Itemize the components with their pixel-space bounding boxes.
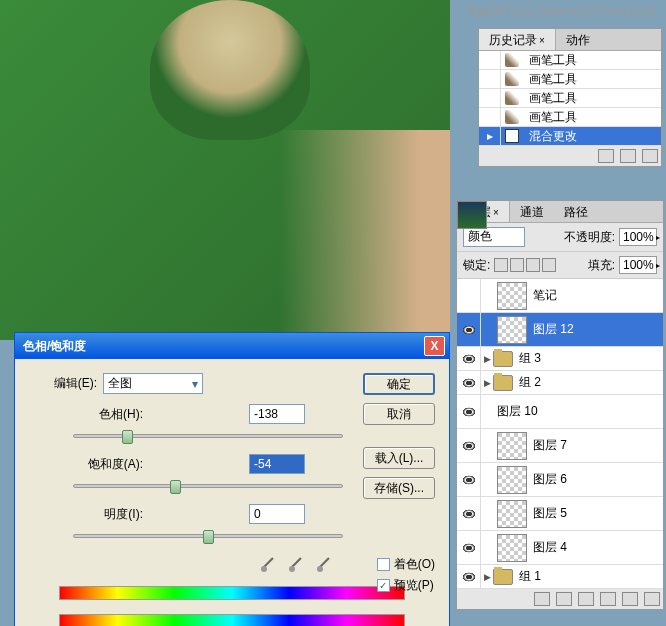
layer-group[interactable]: ▶组 2 bbox=[457, 371, 663, 395]
eye-icon[interactable] bbox=[462, 354, 476, 364]
layer-name[interactable]: 图层 4 bbox=[533, 539, 663, 556]
tab-actions[interactable]: 动作 bbox=[556, 29, 600, 50]
eye-icon[interactable] bbox=[462, 378, 476, 388]
layer-name[interactable]: 组 2 bbox=[519, 374, 663, 391]
save-button[interactable]: 存储(S)... bbox=[363, 477, 435, 499]
saturation-input[interactable] bbox=[249, 454, 305, 474]
preview-check[interactable]: ✓预览(P) bbox=[377, 577, 435, 594]
hue-slider[interactable] bbox=[73, 434, 343, 438]
eye-icon[interactable] bbox=[462, 441, 476, 451]
eye-icon[interactable] bbox=[462, 325, 476, 335]
layer-item[interactable]: 图层 4 bbox=[457, 531, 663, 565]
lock-position-icon[interactable] bbox=[526, 258, 540, 272]
layer-thumbnail[interactable] bbox=[497, 466, 527, 494]
checkbox-icon: ✓ bbox=[377, 579, 390, 592]
dialog-titlebar[interactable]: 色相/饱和度 X bbox=[15, 333, 449, 359]
layer-thumbnail[interactable] bbox=[497, 316, 527, 344]
layer-name[interactable]: 组 1 bbox=[519, 568, 663, 585]
visibility-toggle[interactable] bbox=[457, 279, 481, 312]
load-button[interactable]: 载入(L)... bbox=[363, 447, 435, 469]
history-item[interactable]: 画笔工具 bbox=[479, 89, 661, 108]
cancel-button[interactable]: 取消 bbox=[363, 403, 435, 425]
layer-name[interactable]: 组 3 bbox=[519, 350, 663, 367]
layer-item[interactable]: 图层 10 bbox=[457, 395, 663, 429]
layer-thumbnail[interactable] bbox=[497, 534, 527, 562]
tab-paths[interactable]: 路径 bbox=[554, 201, 598, 222]
layer-item[interactable]: 图层 7 bbox=[457, 429, 663, 463]
layer-name[interactable]: 图层 6 bbox=[533, 471, 663, 488]
lock-icons bbox=[494, 258, 556, 272]
layer-thumbnail[interactable] bbox=[497, 432, 527, 460]
chevron-right-icon[interactable]: ▶ bbox=[481, 354, 493, 364]
history-item[interactable]: 画笔工具 bbox=[479, 108, 661, 127]
eye-icon[interactable] bbox=[462, 509, 476, 519]
eye-icon[interactable] bbox=[462, 407, 476, 417]
saturation-slider[interactable] bbox=[73, 484, 343, 488]
history-new-doc-icon[interactable] bbox=[620, 149, 636, 163]
layer-thumbnail[interactable] bbox=[497, 282, 527, 310]
lightness-slider[interactable] bbox=[73, 534, 343, 538]
layer-item[interactable]: 笔记 bbox=[457, 279, 663, 313]
slider-thumb[interactable] bbox=[203, 530, 214, 544]
visibility-toggle[interactable] bbox=[457, 531, 481, 564]
layer-name[interactable]: 图层 5 bbox=[533, 505, 663, 522]
hue-input[interactable] bbox=[249, 404, 305, 424]
lightness-input[interactable] bbox=[249, 504, 305, 524]
layer-mask-icon[interactable] bbox=[578, 592, 594, 606]
eye-icon[interactable] bbox=[462, 572, 476, 582]
layer-item[interactable]: 图层 5 bbox=[457, 497, 663, 531]
close-icon[interactable]: × bbox=[493, 207, 499, 218]
visibility-toggle[interactable] bbox=[457, 429, 481, 462]
new-layer-icon[interactable] bbox=[622, 592, 638, 606]
lock-all-icon[interactable] bbox=[542, 258, 556, 272]
chevron-right-icon[interactable]: ▶ bbox=[481, 378, 493, 388]
layer-style-icon[interactable] bbox=[556, 592, 572, 606]
layer-item[interactable]: 图层 12 bbox=[457, 313, 663, 347]
layer-name[interactable]: 图层 12 bbox=[533, 321, 663, 338]
visibility-toggle[interactable] bbox=[457, 497, 481, 530]
visibility-toggle[interactable] bbox=[457, 371, 481, 394]
slider-thumb[interactable] bbox=[122, 430, 133, 444]
ok-button[interactable]: 确定 bbox=[363, 373, 435, 395]
tab-channels[interactable]: 通道 bbox=[510, 201, 554, 222]
delete-layer-icon[interactable] bbox=[644, 592, 660, 606]
chevron-right-icon[interactable]: ▶ bbox=[481, 572, 493, 582]
visibility-toggle[interactable] bbox=[457, 395, 481, 428]
history-new-snapshot-icon[interactable] bbox=[598, 149, 614, 163]
history-item[interactable]: 画笔工具 bbox=[479, 51, 661, 70]
edit-label: 编辑(E): bbox=[29, 375, 103, 392]
layer-name[interactable]: 笔记 bbox=[533, 287, 663, 304]
close-button[interactable]: X bbox=[424, 336, 445, 356]
lock-paint-icon[interactable] bbox=[510, 258, 524, 272]
history-item-label: 画笔工具 bbox=[523, 52, 661, 69]
opacity-input[interactable]: 100% bbox=[619, 228, 657, 246]
history-item[interactable]: 画笔工具 bbox=[479, 70, 661, 89]
history-item[interactable]: ▸混合更改 bbox=[479, 127, 661, 146]
visibility-toggle[interactable] bbox=[457, 565, 481, 588]
visibility-toggle[interactable] bbox=[457, 463, 481, 496]
visibility-toggle[interactable] bbox=[457, 313, 481, 346]
history-delete-icon[interactable] bbox=[642, 149, 658, 163]
layer-item[interactable]: 图层 6 bbox=[457, 463, 663, 497]
layer-group[interactable]: ▶组 3 bbox=[457, 347, 663, 371]
layer-group[interactable]: ▶组 1 bbox=[457, 565, 663, 589]
edit-select[interactable]: 全图 bbox=[103, 373, 203, 394]
tab-history[interactable]: 历史记录× bbox=[479, 29, 556, 50]
lock-transparent-icon[interactable] bbox=[494, 258, 508, 272]
eyedropper-add-icon[interactable] bbox=[287, 554, 305, 572]
eye-icon[interactable] bbox=[462, 475, 476, 485]
layer-thumbnail[interactable] bbox=[497, 500, 527, 528]
slider-thumb[interactable] bbox=[170, 480, 181, 494]
layer-name[interactable]: 图层 10 bbox=[497, 403, 663, 420]
visibility-toggle[interactable] bbox=[457, 347, 481, 370]
eyedropper-subtract-icon[interactable] bbox=[315, 554, 333, 572]
colorize-check[interactable]: 着色(O) bbox=[377, 556, 435, 573]
layer-name[interactable]: 图层 7 bbox=[533, 437, 663, 454]
close-icon[interactable]: × bbox=[539, 35, 545, 46]
link-layers-icon[interactable] bbox=[534, 592, 550, 606]
fill-input[interactable]: 100% bbox=[619, 256, 657, 274]
eyedropper-icon[interactable] bbox=[259, 554, 277, 572]
eye-icon[interactable] bbox=[462, 543, 476, 553]
blend-mode-select[interactable]: 颜色 bbox=[463, 227, 525, 247]
new-group-icon[interactable] bbox=[600, 592, 616, 606]
